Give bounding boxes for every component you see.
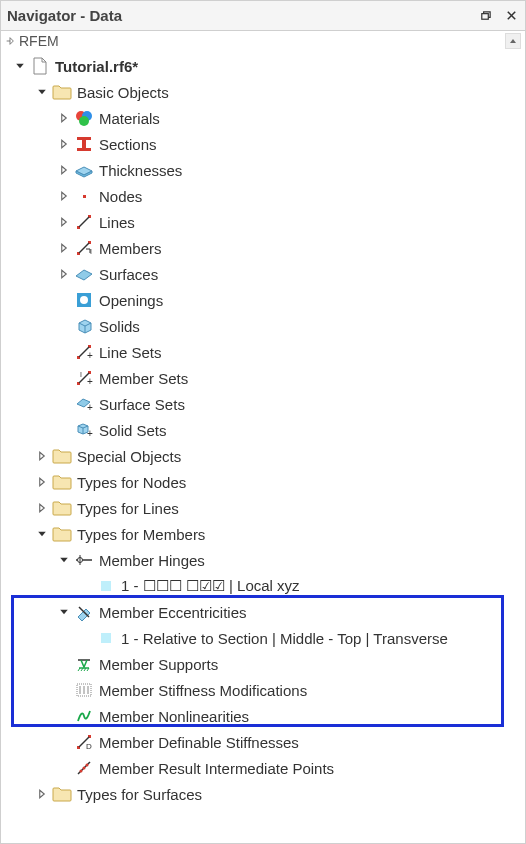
chevron-down-icon[interactable] xyxy=(11,57,29,75)
tree-row-types-surfaces[interactable]: Types for Surfaces xyxy=(1,781,525,807)
line-sets-label: Line Sets xyxy=(99,344,162,361)
def-stiffness-icon xyxy=(73,731,95,753)
nodes-icon xyxy=(73,185,95,207)
surface-sets-icon xyxy=(73,393,95,415)
special-objects-label: Special Objects xyxy=(77,448,181,465)
thicknesses-label: Thicknesses xyxy=(99,162,182,179)
pin-icon xyxy=(5,33,15,49)
chevron-right-icon[interactable] xyxy=(33,785,51,803)
tree-row-member-nonlinearities[interactable]: Member Nonlinearities xyxy=(1,703,525,729)
folder-icon xyxy=(51,81,73,103)
tree-row-lines[interactable]: Lines xyxy=(1,209,525,235)
member-sets-icon xyxy=(73,367,95,389)
tree-row-hinge-item[interactable]: 1 - ☐☐☐ ☐☑☑ | Local xyz xyxy=(1,573,525,599)
tree-row-member-hinges[interactable]: Member Hinges xyxy=(1,547,525,573)
tree-row-basic-objects[interactable]: Basic Objects xyxy=(1,79,525,105)
types-members-label: Types for Members xyxy=(77,526,205,543)
chevron-right-icon[interactable] xyxy=(33,499,51,517)
chevron-down-icon[interactable] xyxy=(55,603,73,621)
types-nodes-label: Types for Nodes xyxy=(77,474,186,491)
openings-label: Openings xyxy=(99,292,163,309)
chevron-right-icon[interactable] xyxy=(33,447,51,465)
chevron-right-icon[interactable] xyxy=(55,265,73,283)
supports-icon xyxy=(73,653,95,675)
result-points-icon xyxy=(73,757,95,779)
eccentricity-icon xyxy=(73,601,95,623)
file-icon xyxy=(29,55,51,77)
sections-icon xyxy=(73,133,95,155)
member-stiffmod-label: Member Stiffness Modifications xyxy=(99,682,307,699)
tree-row-member-result-pts[interactable]: Member Result Intermediate Points xyxy=(1,755,525,781)
tree-row-materials[interactable]: Materials xyxy=(1,105,525,131)
chevron-right-icon[interactable] xyxy=(33,473,51,491)
member-respts-label: Member Result Intermediate Points xyxy=(99,760,334,777)
types-surfaces-label: Types for Surfaces xyxy=(77,786,202,803)
chevron-right-icon[interactable] xyxy=(55,109,73,127)
close-button[interactable] xyxy=(503,8,519,24)
tree-row-member-stiffness-mod[interactable]: Member Stiffness Modifications xyxy=(1,677,525,703)
tree-row-member-eccentricities[interactable]: Member Eccentricities xyxy=(1,599,525,625)
tree-row-special-objects[interactable]: Special Objects xyxy=(1,443,525,469)
members-icon xyxy=(73,237,95,259)
tree-row-types-lines[interactable]: Types for Lines xyxy=(1,495,525,521)
root-file-label: Tutorial.rf6* xyxy=(55,58,138,75)
chevron-right-icon[interactable] xyxy=(55,135,73,153)
panel-titlebar: Navigator - Data xyxy=(1,1,525,31)
tree-row-surfaces[interactable]: Surfaces xyxy=(1,261,525,287)
member-hinges-label: Member Hinges xyxy=(99,552,205,569)
folder-icon xyxy=(51,445,73,467)
tree-row-member-sets[interactable]: Member Sets xyxy=(1,365,525,391)
scroll-up-button[interactable] xyxy=(505,33,521,49)
basic-objects-label: Basic Objects xyxy=(77,84,169,101)
tree-row-line-sets[interactable]: Line Sets xyxy=(1,339,525,365)
tree-row-thicknesses[interactable]: Thicknesses xyxy=(1,157,525,183)
materials-icon xyxy=(73,107,95,129)
app-label: RFEM xyxy=(19,33,59,49)
member-defstiff-label: Member Definable Stiffnesses xyxy=(99,734,299,751)
tree-row-nodes[interactable]: Nodes xyxy=(1,183,525,209)
folder-icon xyxy=(51,471,73,493)
navigator-panel: Navigator - Data RFEM Tutorial.rf6* xyxy=(0,0,526,844)
tree-row-types-nodes[interactable]: Types for Nodes xyxy=(1,469,525,495)
nodes-label: Nodes xyxy=(99,188,142,205)
tree-row-solid-sets[interactable]: Solid Sets xyxy=(1,417,525,443)
surfaces-icon xyxy=(73,263,95,285)
line-sets-icon xyxy=(73,341,95,363)
tree-row-member-def-stiff[interactable]: Member Definable Stiffnesses xyxy=(1,729,525,755)
sections-label: Sections xyxy=(99,136,157,153)
tree-row-member-supports[interactable]: Member Supports xyxy=(1,651,525,677)
panel-title: Navigator - Data xyxy=(7,7,122,24)
ecc-item-label: 1 - Relative to Section | Middle - Top |… xyxy=(121,630,448,647)
chevron-right-icon[interactable] xyxy=(55,213,73,231)
tree-row-types-members[interactable]: Types for Members xyxy=(1,521,525,547)
chevron-right-icon[interactable] xyxy=(55,161,73,179)
tree-row-solids[interactable]: Solids xyxy=(1,313,525,339)
member-nonlin-label: Member Nonlinearities xyxy=(99,708,249,725)
tree-row-sections[interactable]: Sections xyxy=(1,131,525,157)
stiffness-mod-icon xyxy=(73,679,95,701)
solids-icon xyxy=(73,315,95,337)
tree: Tutorial.rf6* Basic Objects Materials Se… xyxy=(1,51,525,843)
openings-icon xyxy=(73,289,95,311)
tree-row-root[interactable]: Tutorial.rf6* xyxy=(1,53,525,79)
chevron-down-icon[interactable] xyxy=(33,525,51,543)
chevron-down-icon[interactable] xyxy=(33,83,51,101)
folder-icon xyxy=(51,783,73,805)
chevron-down-icon[interactable] xyxy=(55,551,73,569)
member-ecc-label: Member Eccentricities xyxy=(99,604,247,621)
chevron-right-icon[interactable] xyxy=(55,239,73,257)
folder-icon xyxy=(51,497,73,519)
folder-icon xyxy=(51,523,73,545)
tree-row-ecc-item[interactable]: 1 - Relative to Section | Middle - Top |… xyxy=(1,625,525,651)
members-label: Members xyxy=(99,240,162,257)
tree-row-openings[interactable]: Openings xyxy=(1,287,525,313)
lines-label: Lines xyxy=(99,214,135,231)
item-icon xyxy=(95,627,117,649)
solid-sets-icon xyxy=(73,419,95,441)
restore-button[interactable] xyxy=(477,8,493,24)
thicknesses-icon xyxy=(73,159,95,181)
chevron-right-icon[interactable] xyxy=(55,187,73,205)
tree-row-members[interactable]: Members xyxy=(1,235,525,261)
lines-icon xyxy=(73,211,95,233)
tree-row-surface-sets[interactable]: Surface Sets xyxy=(1,391,525,417)
